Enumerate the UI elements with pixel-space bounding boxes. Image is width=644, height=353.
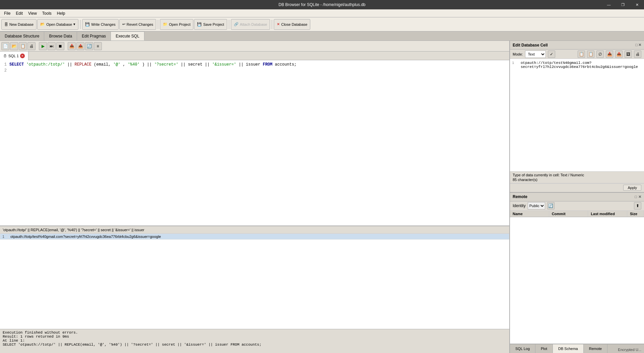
sql-import-btn[interactable]: 📥 (68, 42, 76, 50)
write-changes-icon: 💾 (85, 22, 90, 26)
new-database-button[interactable]: 🗄 New Database (1, 19, 37, 30)
tab-edit-pragmas[interactable]: Edit Pragmas (77, 31, 111, 40)
cell-paste-btn[interactable]: 📋 (587, 51, 594, 58)
remote-panel: Remote □ ✕ Identity Public 🔄 ⬆ Name Comm… (510, 193, 644, 344)
main-toolbar: 🗄 New Database 📂 Open Database ▾ 💾 Write… (0, 17, 644, 31)
sql-tab-1[interactable]: 🗒 SQL 1 ✕ (0, 52, 28, 60)
remote-col-size: Size (627, 211, 644, 217)
cell-editor-close[interactable]: ✕ (638, 43, 641, 47)
remote-upload-btn[interactable]: ⬆ (634, 202, 641, 209)
menubar: File Edit View Tools Help (0, 9, 644, 17)
status-line-1: Execution finished without errors. (3, 331, 507, 335)
sql-toolbar: 📄 📂 📋 🖨 ▶ ⏭ ⏹ 📥 📤 🔄 ≡ (0, 41, 509, 52)
new-database-label: New Database (9, 22, 34, 26)
open-project-button[interactable]: 📁 Open Project (160, 19, 193, 30)
btab-remote[interactable]: Remote (584, 344, 608, 353)
close-database-label: Close Database (281, 22, 307, 26)
result-row-1[interactable]: 1 otpauth://totp/test%40gmail.com?secret… (0, 234, 509, 240)
sql-refresh-btn[interactable]: 🔄 (85, 42, 93, 50)
save-project-label: Save Project (203, 22, 224, 26)
new-database-icon: 🗄 (4, 22, 8, 26)
cell-content[interactable]: 1 otpauth://totp/test%40gmail.com?secret… (510, 59, 644, 171)
open-database-button[interactable]: 📂 Open Database ▾ (37, 19, 78, 30)
cell-apply-icon[interactable]: ✓ (548, 51, 555, 58)
identity-select[interactable]: Public (528, 202, 545, 209)
status-line-2: Result: 1 rows returned in 9ms (3, 335, 507, 339)
mode-row: Mode: Text Binary Image Null ✓ 📋 📋 ∅ 📥 📤… (510, 50, 644, 59)
cell-import-btn[interactable]: 📥 (606, 51, 613, 58)
open-project-icon: 📁 (163, 22, 168, 26)
cell-print-btn[interactable]: 🖨 (634, 51, 641, 58)
sql-tab-close[interactable]: ✕ (20, 54, 25, 58)
cell-nullify-btn[interactable]: ∅ (596, 51, 604, 58)
cell-type-text: Type of data currently in cell: Text / N… (513, 173, 641, 177)
identity-refresh-btn[interactable]: 🔄 (547, 202, 555, 209)
line-number-2: 2 (1, 68, 7, 74)
btab-sql-log[interactable]: SQL Log (510, 344, 535, 353)
sql-tabs-bar: 🗒 SQL 1 ✕ (0, 52, 509, 60)
sql-new-btn[interactable]: 📄 (1, 42, 9, 50)
attach-database-button[interactable]: 🔗 Attach Database (231, 19, 270, 30)
menu-edit[interactable]: Edit (13, 10, 25, 16)
menu-file[interactable]: File (1, 10, 13, 16)
cell-image-btn[interactable]: 🖼 (625, 51, 632, 58)
code-line-1: 1 SELECT 'otpauth:/totp/' || REPLACE (em… (1, 62, 508, 68)
btab-db-schema[interactable]: DB Schema (553, 344, 584, 353)
sql-tab-label: SQL 1 (8, 54, 19, 58)
write-changes-button[interactable]: 💾 Write Changes (82, 19, 119, 30)
revert-changes-label: Revert Changes (127, 22, 153, 26)
sql-stop-btn[interactable]: ⏹ (56, 42, 64, 50)
menu-view[interactable]: View (25, 10, 40, 16)
result-table-area[interactable]: 1 otpauth://totp/test%40gmail.com?secret… (0, 234, 509, 329)
close-database-button[interactable]: ✕ Close Database (274, 19, 310, 30)
save-project-button[interactable]: 💾 Save Project (194, 19, 227, 30)
toolbar-sep-1 (80, 20, 80, 29)
cell-copy-btn[interactable]: 📋 (578, 51, 585, 58)
open-project-label: Open Project (169, 22, 190, 26)
save-project-icon: 💾 (197, 22, 202, 26)
code-editor[interactable]: 1 SELECT 'otpauth:/totp/' || REPLACE (em… (0, 60, 509, 226)
identity-row: Identity Public 🔄 ⬆ (510, 201, 644, 211)
cell-editor-header: Edit Database Cell □ ✕ (510, 41, 644, 50)
minimize-button[interactable]: — (602, 0, 616, 9)
remote-col-name: Name (510, 211, 549, 217)
window-title: DB Browser for SQLite - /home/nigel/auth… (278, 2, 365, 7)
tab-execute-sql[interactable]: Execute SQL (111, 31, 144, 40)
cell-editor: Edit Database Cell □ ✕ Mode: Text Binary… (510, 41, 644, 193)
sql-save-copy-btn[interactable]: 📋 (19, 42, 27, 50)
result-table: 1 otpauth://totp/test%40gmail.com?secret… (0, 234, 509, 240)
sql-run-btn[interactable]: ▶ (39, 42, 47, 50)
cell-export-btn[interactable]: 📤 (615, 51, 623, 58)
attach-database-label: Attach Database (240, 22, 267, 26)
sql-print-btn[interactable]: 🖨 (27, 42, 36, 50)
menu-help[interactable]: Help (54, 10, 68, 16)
tab-browse-data[interactable]: Browse Data (44, 31, 77, 40)
menu-tools[interactable]: Tools (40, 10, 54, 16)
restore-button[interactable]: ❐ (616, 0, 630, 9)
close-button[interactable]: ✕ (630, 0, 644, 9)
sql-export-btn[interactable]: 📤 (76, 42, 84, 50)
sql-open-btn[interactable]: 📂 (10, 42, 18, 50)
mode-select[interactable]: Text Binary Image Null (525, 51, 546, 58)
sql-run-line-btn[interactable]: ⏭ (48, 42, 56, 50)
remote-table-header: Name Commit Last modified Size (510, 211, 644, 217)
result-header-text: 'otpauth://totp/' || REPLACE(email, '@',… (3, 228, 144, 232)
toolbar-sep-4 (272, 20, 272, 29)
cell-type-info: Type of data currently in cell: Text / N… (510, 171, 644, 183)
remote-detach[interactable]: □ (635, 195, 637, 199)
cell-footer: Apply (510, 183, 644, 192)
cell-editor-detach[interactable]: □ (635, 43, 638, 47)
remote-close[interactable]: ✕ (638, 195, 641, 199)
remote-title: Remote (513, 194, 527, 199)
result-cell-1: otpauth://totp/test%40gmail.com?secret=y… (8, 234, 509, 240)
btab-plot[interactable]: Plot (535, 344, 553, 353)
tab-database-structure[interactable]: Database Structure (0, 31, 44, 40)
revert-changes-button[interactable]: ↩ Revert Changes (119, 19, 156, 30)
sql-menu-btn[interactable]: ≡ (94, 42, 102, 50)
window-controls: — ❐ ✕ (602, 0, 644, 9)
right-panel: Edit Database Cell □ ✕ Mode: Text Binary… (510, 41, 644, 353)
remote-col-modified: Last modified (588, 211, 627, 217)
apply-button[interactable]: Apply (623, 185, 641, 191)
status-line-3: At line 1: (3, 339, 507, 343)
code-line-2: 2 (1, 68, 508, 74)
